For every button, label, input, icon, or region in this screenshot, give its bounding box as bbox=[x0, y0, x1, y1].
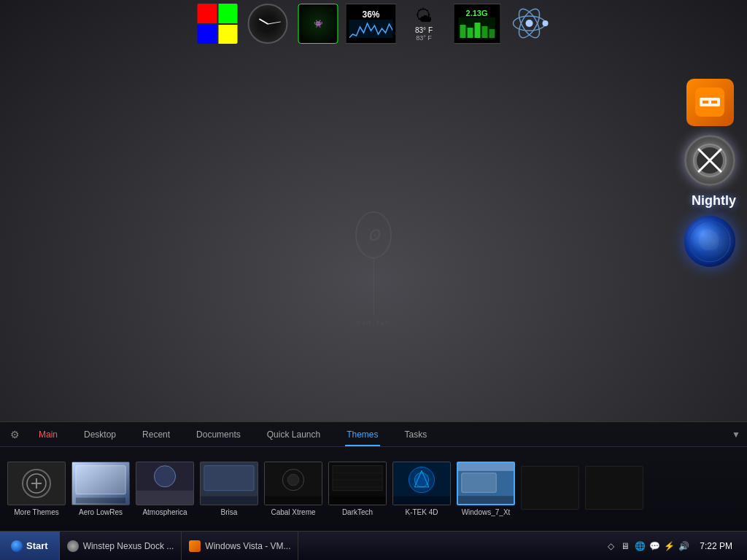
svg-point-45 bbox=[414, 472, 429, 487]
svg-rect-13 bbox=[703, 101, 708, 104]
svg-rect-2 bbox=[468, 28, 473, 38]
svg-rect-5 bbox=[489, 29, 495, 38]
tab-documents[interactable]: Documents bbox=[183, 422, 254, 446]
tab-tasks[interactable]: Tasks bbox=[392, 422, 441, 446]
nexus-taskbar-icon bbox=[67, 540, 79, 552]
svg-rect-48 bbox=[458, 463, 514, 471]
svg-rect-4 bbox=[482, 26, 488, 38]
svg-point-6 bbox=[526, 20, 533, 27]
nexus-themes-content: More Themes bbox=[0, 447, 747, 531]
matrix-icon[interactable]: 👾 bbox=[295, 0, 342, 47]
taskbar: Start Winstep Nexus Dock ... Windows Vis… bbox=[0, 531, 747, 560]
svg-rect-27 bbox=[136, 491, 193, 505]
nexus-x-icon[interactable] bbox=[681, 131, 739, 190]
theme-atmospherica[interactable]: Atmospherica bbox=[136, 462, 194, 516]
disk-meter-icon[interactable]: 2.13G bbox=[451, 0, 503, 47]
tray-monitor-icon[interactable]: 🖥 bbox=[619, 540, 631, 552]
theme-cabal-xtreme[interactable]: Cabal Xtreme bbox=[264, 462, 322, 516]
tray-im-icon[interactable]: 💬 bbox=[649, 540, 660, 552]
svg-rect-31 bbox=[204, 466, 254, 491]
theme-empty-2 bbox=[585, 466, 643, 513]
svg-rect-25 bbox=[76, 498, 125, 504]
top-dock: 👾 36% 🌤 83° F 83° F bbox=[179, 0, 568, 56]
cpu-meter-icon[interactable]: 36% bbox=[345, 0, 398, 47]
taskbar-tray: ◇ 🖥 🌐 💬 ⚡ 🔊 7:22 PM bbox=[597, 540, 747, 552]
svg-point-35 bbox=[287, 474, 299, 486]
tray-diamond-icon[interactable]: ◇ bbox=[605, 540, 616, 552]
nexus-tabs: ⚙ Main Desktop Recent Documents Quick La… bbox=[0, 422, 747, 447]
svg-rect-1 bbox=[460, 25, 466, 38]
tab-desktop[interactable]: Desktop bbox=[71, 422, 129, 446]
taskbar-item-nexus[interactable]: Winstep Nexus Dock ... bbox=[60, 532, 182, 560]
weather-icon[interactable]: 🌤 83° F 83° F bbox=[400, 0, 448, 47]
theme-windows7xt[interactable]: Windows_7_Xt bbox=[457, 462, 515, 516]
theme-darktech[interactable]: DarkTech bbox=[328, 462, 387, 516]
svg-point-10 bbox=[543, 20, 549, 26]
tab-recent[interactable]: Recent bbox=[129, 422, 183, 446]
start-button[interactable]: Start bbox=[0, 532, 60, 560]
nightly-label: Nightly bbox=[681, 190, 747, 212]
nexus-settings-button[interactable]: ⚙ bbox=[4, 424, 26, 446]
steelseries-logo: ʘ bbox=[355, 211, 392, 259]
vmware-icon[interactable] bbox=[681, 73, 739, 131]
atom-icon[interactable] bbox=[506, 0, 554, 47]
tab-quicklaunch[interactable]: Quick Launch bbox=[254, 422, 333, 446]
taskbar-item-vm[interactable]: Windows Vista - VM... bbox=[182, 532, 298, 560]
tray-power-icon[interactable]: ⚡ bbox=[663, 540, 675, 552]
svg-point-28 bbox=[154, 466, 175, 487]
tray-volume-icon[interactable]: 🔊 bbox=[678, 540, 689, 552]
theme-empty-1 bbox=[521, 466, 579, 513]
theme-brisa[interactable]: Brisa bbox=[200, 462, 258, 516]
svg-rect-49 bbox=[458, 496, 514, 504]
svg-rect-30 bbox=[201, 497, 258, 505]
clock-icon[interactable] bbox=[244, 0, 292, 47]
tray-network-icon[interactable]: 🌐 bbox=[634, 540, 646, 552]
nexus-collapse-button[interactable]: ▼ bbox=[729, 427, 743, 442]
tab-themes[interactable]: Themes bbox=[333, 422, 391, 446]
desktop-watermark: ʘ DuN-TyC bbox=[355, 211, 392, 326]
nexus-dock: ⚙ Main Desktop Recent Documents Quick La… bbox=[0, 421, 747, 531]
theme-more-themes[interactable]: More Themes bbox=[7, 462, 66, 516]
svg-rect-3 bbox=[475, 23, 481, 38]
svg-rect-50 bbox=[462, 473, 497, 493]
svg-rect-37 bbox=[329, 497, 386, 505]
svg-rect-43 bbox=[393, 497, 450, 505]
svg-rect-24 bbox=[76, 466, 125, 494]
watermark-text: DuN-TyC bbox=[357, 319, 391, 326]
svg-rect-14 bbox=[711, 101, 717, 104]
windows-logo-icon[interactable] bbox=[194, 0, 241, 47]
watermark-line bbox=[374, 257, 374, 316]
vm-taskbar-icon bbox=[189, 540, 201, 552]
tab-main[interactable]: Main bbox=[26, 422, 71, 446]
right-dock: Nightly bbox=[681, 73, 747, 271]
start-orb bbox=[11, 540, 23, 552]
taskbar-time: 7:22 PM bbox=[692, 541, 740, 551]
earth-icon[interactable] bbox=[681, 212, 739, 271]
desktop: ʘ DuN-TyC 👾 bbox=[0, 0, 747, 560]
theme-aero-lowres[interactable]: Aero LowRes bbox=[71, 462, 130, 516]
svg-rect-33 bbox=[265, 497, 322, 505]
theme-ktek4d[interactable]: K-TEK 4D bbox=[392, 462, 451, 516]
